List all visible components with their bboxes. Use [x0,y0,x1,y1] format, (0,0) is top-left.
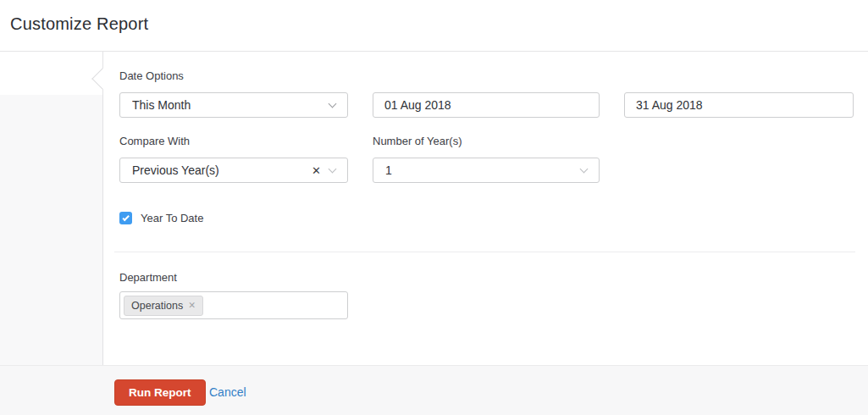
department-tag: Operations ✕ [124,296,203,316]
date-options-label: Date Options [119,69,184,82]
date-options-value: This Month [132,98,329,112]
clear-selection-icon[interactable]: ✕ [312,165,321,176]
number-of-years-value: 1 [385,163,581,177]
customize-report-panel: Customize Report Date Options This Month… [0,0,868,415]
year-to-date-checkbox[interactable] [119,212,132,224]
checkmark-icon [122,213,129,220]
department-multiselect-field[interactable]: Operations ✕ [119,291,348,319]
date-options-select[interactable]: This Month [119,92,348,118]
chevron-down-icon [580,165,589,174]
from-date-input[interactable] [373,92,600,118]
remove-tag-icon[interactable]: ✕ [188,301,196,310]
run-report-button[interactable]: Run Report [114,379,206,406]
compare-with-select[interactable]: Previous Year(s) ✕ [119,158,348,183]
department-label: Department [119,271,177,284]
section-divider [114,252,855,252]
to-date-input[interactable] [624,92,854,118]
department-tag-label: Operations [131,300,183,312]
page-title: Customize Report [10,14,148,34]
sidebar-active-item[interactable] [0,52,102,95]
year-to-date-label: Year To Date [141,212,203,224]
compare-with-value: Previous Year(s) [132,163,312,177]
number-of-years-select[interactable]: 1 [373,158,600,183]
sidebar [0,52,103,365]
compare-with-label: Compare With [119,135,190,147]
footer-bar: Run Report Cancel [0,365,868,415]
cancel-link[interactable]: Cancel [209,385,246,399]
chevron-down-icon [329,100,337,108]
page-header: Customize Report [0,0,868,52]
number-of-years-label: Number of Year(s) [373,135,462,147]
chevron-down-icon [329,165,337,174]
